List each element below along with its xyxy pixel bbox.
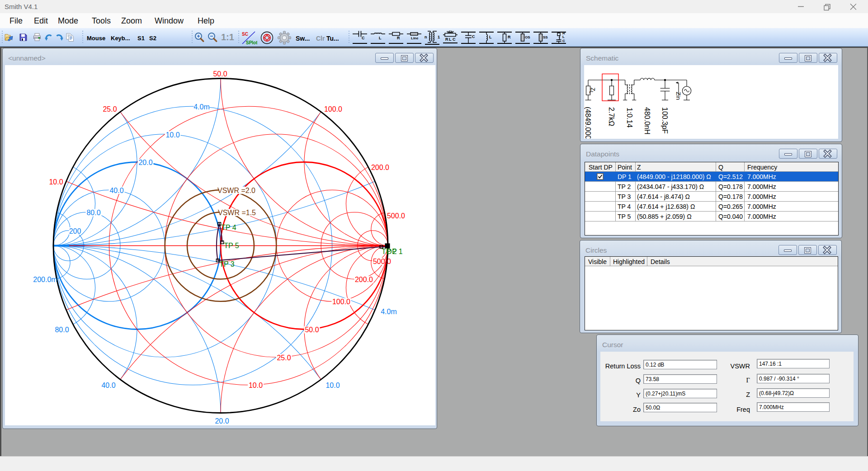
- svg-text:C: C: [362, 36, 365, 40]
- svg-text:R: R: [508, 35, 511, 39]
- svg-text:80.0: 80.0: [55, 326, 69, 334]
- svg-text:TP 4: TP 4: [221, 224, 236, 231]
- svg-text:DP 1: DP 1: [387, 248, 402, 255]
- svg-text:SC: SC: [242, 32, 248, 37]
- svg-text:Line: Line: [411, 36, 419, 40]
- svg-text:Zin: Zin: [675, 92, 682, 100]
- svg-text:C: C: [562, 39, 565, 43]
- svg-text:SPlot: SPlot: [246, 40, 257, 45]
- svg-text:1:0.14: 1:0.14: [626, 108, 633, 128]
- svg-text:100.0: 100.0: [332, 298, 350, 306]
- svg-text:10.0: 10.0: [49, 178, 63, 186]
- svg-text:R: R: [397, 36, 400, 40]
- svg-text:40.0: 40.0: [109, 187, 123, 194]
- svg-text:40.0: 40.0: [101, 382, 115, 389]
- svg-text:50.0: 50.0: [305, 326, 319, 334]
- svg-text:500.0: 500.0: [373, 258, 391, 265]
- svg-text:50.0: 50.0: [213, 70, 227, 78]
- svg-text:L: L: [379, 36, 382, 40]
- svg-text:20.0: 20.0: [215, 417, 229, 425]
- svg-text:1: 1: [438, 35, 440, 39]
- svg-text:200.0: 200.0: [355, 276, 373, 283]
- svg-text:2.7kΩ: 2.7kΩ: [608, 107, 615, 126]
- svg-text:R: R: [445, 37, 448, 42]
- svg-text:10.0: 10.0: [249, 382, 263, 389]
- svg-text:ZL: ZL: [589, 88, 596, 94]
- svg-text:4.0m: 4.0m: [193, 103, 210, 111]
- svg-text:VSWR =2.0: VSWR =2.0: [217, 187, 255, 194]
- svg-text:480.0nH: 480.0nH: [643, 107, 651, 135]
- svg-text:100.0: 100.0: [324, 105, 342, 113]
- svg-text:200: 200: [69, 227, 81, 235]
- svg-text:200.0m: 200.0m: [33, 276, 57, 283]
- svg-text:L: L: [489, 35, 492, 39]
- svg-text:C: C: [472, 34, 475, 39]
- svg-text:L: L: [449, 37, 452, 42]
- svg-text:100.3pF: 100.3pF: [661, 107, 669, 134]
- svg-text:25.0: 25.0: [103, 105, 117, 113]
- svg-text:n: n: [425, 35, 427, 39]
- svg-text:L: L: [562, 35, 565, 39]
- svg-text:(4849.000 - j12180.000): (4849.000 - j12180.000): [584, 107, 592, 138]
- svg-text:C: C: [453, 37, 456, 42]
- svg-text:TP 3: TP 3: [219, 260, 235, 268]
- svg-text:20.0: 20.0: [138, 159, 152, 166]
- svg-text:10.0: 10.0: [165, 131, 179, 139]
- svg-text:80.0: 80.0: [86, 209, 100, 217]
- svg-text:VSWR =1.5: VSWR =1.5: [218, 209, 256, 217]
- svg-text:10.0: 10.0: [326, 382, 340, 389]
- svg-text:SS: SS: [543, 35, 548, 39]
- svg-text:25.0: 25.0: [277, 354, 291, 362]
- svg-text:TP 5: TP 5: [224, 242, 239, 250]
- svg-text:OS: OS: [525, 35, 530, 39]
- svg-text:500.0: 500.0: [387, 212, 405, 220]
- svg-text:4.0m: 4.0m: [381, 308, 397, 316]
- svg-text:200.0: 200.0: [371, 164, 389, 171]
